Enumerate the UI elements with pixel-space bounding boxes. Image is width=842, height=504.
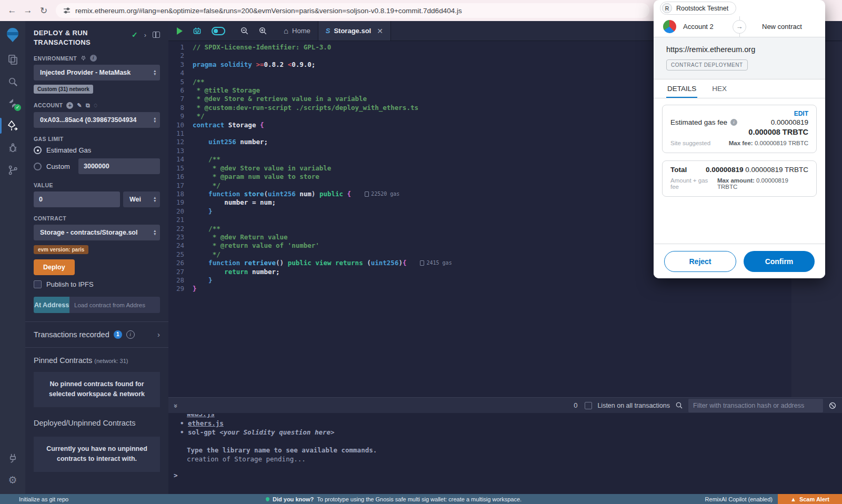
copy-account-icon[interactable]: ⧉: [86, 102, 90, 109]
reject-button[interactable]: Reject: [664, 251, 736, 272]
gas-fee-label: Estimated gas fee: [670, 118, 727, 126]
gas-fee-currency: 0.000008 TRBTC: [748, 128, 808, 136]
git-icon[interactable]: [0, 159, 25, 181]
transactions-recorded-row[interactable]: Transactions recorded 1 i ›: [34, 330, 160, 339]
terminal-output[interactable]: web3.js • ethers.js • sol-gpt <your Soli…: [168, 413, 842, 493]
clear-filter-icon[interactable]: [828, 401, 837, 410]
code-line: 29}: [168, 285, 842, 293]
unpinned-empty-message: Currently you have no unpinned contracts…: [34, 437, 160, 472]
settings-gear-icon[interactable]: ⚙: [0, 469, 25, 491]
run-script-icon[interactable]: [168, 21, 187, 41]
total-label: Total: [670, 166, 687, 174]
reload-icon[interactable]: ↻: [36, 5, 52, 16]
tab-hex[interactable]: HEX: [711, 79, 728, 98]
plugin-connect-icon[interactable]: [0, 447, 25, 469]
gas-fee-card: EDIT Estimated gas fee i 0.00000819 0.00…: [662, 105, 817, 153]
solidity-compiler-icon[interactable]: ✓: [0, 93, 25, 115]
at-address-input[interactable]: [69, 297, 160, 313]
publish-ipfs-option[interactable]: Publish to IPFS: [34, 280, 160, 288]
zoom-out-icon[interactable]: [235, 21, 254, 41]
scam-alert-button[interactable]: ▲ Scam Alert: [778, 494, 842, 504]
metamask-popup: R Rootstock Testnet Account 2 → New cont…: [654, 0, 825, 278]
back-icon[interactable]: ←: [4, 5, 20, 16]
stepper-icon: ▴▾: [154, 117, 156, 123]
metamask-footer: Reject Confirm: [654, 244, 825, 278]
tune-icon[interactable]: [63, 7, 71, 14]
copilot-toggle-icon[interactable]: [207, 21, 230, 41]
plug-icon[interactable]: [81, 55, 86, 61]
lightbulb-icon: [266, 497, 269, 501]
terminal-line: • sol-gpt <your Solidity question here>: [180, 428, 842, 437]
remix-ide-screen: ← → ↻ remix.ethereum.org/#lang=en&optimi…: [0, 0, 842, 504]
estimated-gas-radio[interactable]: [34, 146, 42, 154]
recipient-label: New contract: [762, 23, 802, 31]
edit-gas-link[interactable]: EDIT: [670, 110, 808, 117]
url-bar[interactable]: remix.ethereum.org/#lang=en&optimize=fal…: [56, 3, 649, 18]
account-transfer-row: Account 2 → New contract: [654, 16, 825, 37]
environment-info-icon[interactable]: i: [90, 55, 97, 62]
deploy-button[interactable]: Deploy: [34, 259, 75, 275]
remix-logo[interactable]: [0, 21, 25, 48]
sign-message-icon[interactable]: ✎: [77, 102, 82, 109]
stepper-icon: ▴▾: [154, 229, 156, 236]
compiled-check-badge: ✓: [14, 104, 21, 111]
stepper-icon: ▴▾: [154, 196, 156, 203]
environment-select[interactable]: Injected Provider - MetaMask ▴▾: [34, 65, 160, 80]
panel-chevron-icon[interactable]: ›: [144, 31, 146, 39]
transaction-count: 0: [574, 401, 577, 409]
account-label: ACCOUNT: [34, 102, 63, 108]
forward-icon[interactable]: →: [20, 5, 36, 16]
total-value-bold: 0.00000819: [706, 166, 743, 174]
terminal-prompt[interactable]: >: [174, 471, 178, 480]
debugger-icon[interactable]: [0, 137, 25, 159]
deploy-and-run-icon[interactable]: [0, 115, 25, 137]
zoom-in-icon[interactable]: [254, 21, 272, 41]
search-icon[interactable]: [0, 70, 25, 93]
publish-ipfs-checkbox[interactable]: [34, 280, 42, 288]
listen-all-label: Listen on all transactions: [597, 402, 670, 409]
status-bar: Initialize as git repo Did you know? To …: [0, 494, 842, 504]
terminal-collapse-icon[interactable]: »: [172, 404, 180, 407]
tab-storage-sol[interactable]: S Storage.sol ✕: [318, 21, 391, 41]
terminal-line: creation of Storage pending...: [180, 455, 842, 463]
estimated-gas-option[interactable]: Estimated Gas: [34, 146, 160, 154]
terminal-search-icon[interactable]: [675, 401, 683, 409]
account-select[interactable]: 0xA03...85ac4 (0.398673504934 ▴▾: [34, 112, 160, 128]
file-explorer-icon[interactable]: [0, 48, 25, 70]
gas-estimate-chip: 2415 gas: [420, 259, 452, 267]
deploy-run-panel: DEPLOY & RUN TRANSACTIONS ✓ › ENVIRONMEN…: [25, 21, 168, 494]
fuel-pump-icon: [365, 191, 369, 197]
gas-info-icon[interactable]: i: [730, 119, 737, 126]
panel-layout-icon[interactable]: [153, 32, 160, 38]
ai-copilot-robot-icon[interactable]: [187, 21, 207, 41]
custom-gas-radio[interactable]: [34, 163, 42, 170]
transfer-arrow-icon: →: [733, 20, 746, 34]
terminal-filter-input[interactable]: [688, 399, 823, 412]
network-pill[interactable]: R Rootstock Testnet: [660, 2, 736, 15]
home-icon: ⌂: [284, 26, 288, 35]
copilot-status[interactable]: RemixAI Copilot (enabled): [705, 496, 773, 502]
confirm-button[interactable]: Confirm: [744, 251, 815, 272]
unpinned-contracts-title: Deployed/Unpinned Contracts: [34, 419, 160, 427]
add-account-icon[interactable]: +: [66, 102, 73, 109]
custom-gas-input[interactable]: [78, 158, 160, 174]
transactions-expand-icon[interactable]: ›: [157, 330, 160, 339]
contract-select[interactable]: Storage - contracts/Storage.sol ▴▾: [34, 225, 160, 240]
panel-check-icon: ✓: [132, 31, 138, 39]
git-init-status[interactable]: Initialize as git repo: [19, 496, 68, 502]
icon-rail: ✓ ⚙: [0, 21, 25, 494]
transactions-count-badge: 1: [114, 330, 122, 339]
origin-section: https://remix.ethereum.org CONTRACT DEPL…: [654, 37, 825, 79]
ethers-link[interactable]: ethers.js: [188, 419, 224, 427]
close-tab-icon[interactable]: ✕: [377, 27, 383, 35]
tab-details[interactable]: DETAILS: [666, 79, 697, 98]
listen-all-checkbox[interactable]: [585, 402, 592, 409]
at-address-button[interactable]: At Address: [34, 297, 69, 313]
tab-home[interactable]: ⌂ Home: [276, 21, 318, 41]
value-input[interactable]: [34, 191, 120, 207]
transactions-info-icon[interactable]: i: [126, 330, 135, 339]
custom-gas-option[interactable]: Custom: [34, 158, 160, 174]
value-unit-select[interactable]: Wei ▴▾: [123, 191, 160, 207]
network-badge: Custom (31) network: [34, 85, 93, 94]
gas-estimate-chip: 22520 gas: [365, 190, 399, 198]
